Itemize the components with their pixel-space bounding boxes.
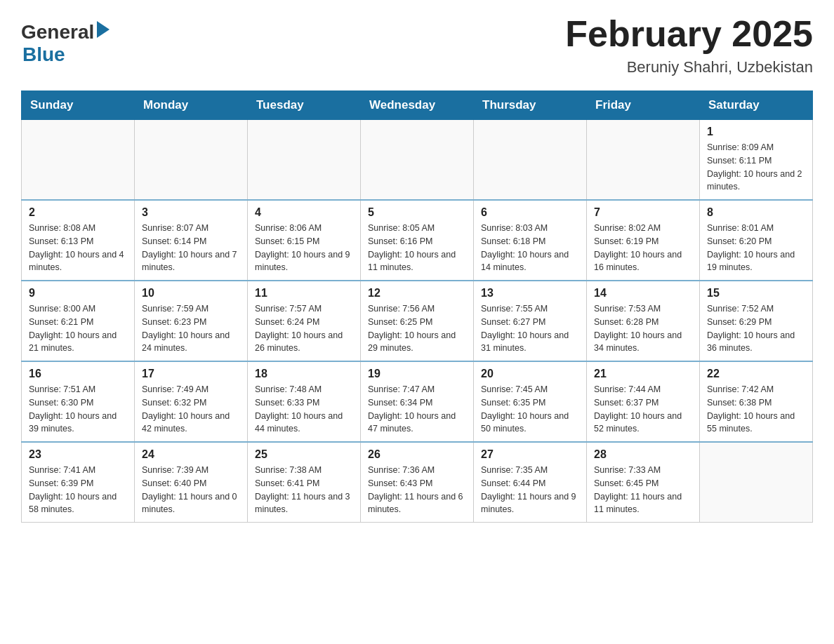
day-info: Daylight: 10 hours and 2 minutes. bbox=[707, 168, 805, 194]
day-number: 10 bbox=[142, 287, 240, 300]
day-info: Sunrise: 7:45 AM bbox=[481, 383, 579, 396]
day-info: Daylight: 10 hours and 26 minutes. bbox=[255, 329, 353, 356]
day-info: Sunset: 6:40 PM bbox=[142, 477, 240, 490]
day-info: Sunset: 6:30 PM bbox=[29, 396, 127, 410]
day-info: Sunset: 6:38 PM bbox=[707, 396, 805, 410]
day-number: 15 bbox=[707, 287, 805, 300]
day-info: Daylight: 10 hours and 16 minutes. bbox=[594, 248, 692, 275]
day-info: Sunset: 6:33 PM bbox=[255, 396, 353, 410]
day-info: Daylight: 10 hours and 50 minutes. bbox=[481, 410, 579, 436]
day-info: Sunrise: 7:42 AM bbox=[707, 383, 805, 396]
day-number: 13 bbox=[481, 287, 579, 300]
day-info: Daylight: 10 hours and 34 minutes. bbox=[594, 329, 692, 356]
day-info: Sunset: 6:14 PM bbox=[142, 235, 240, 248]
day-number: 11 bbox=[255, 287, 353, 300]
calendar-cell bbox=[22, 120, 135, 201]
logo-arrow-icon bbox=[97, 21, 110, 38]
logo-general-text: General bbox=[21, 21, 94, 43]
calendar-week-row: 16Sunrise: 7:51 AMSunset: 6:30 PMDayligh… bbox=[22, 361, 813, 442]
day-number: 16 bbox=[29, 368, 127, 380]
calendar-cell: 28Sunrise: 7:33 AMSunset: 6:45 PMDayligh… bbox=[587, 442, 700, 523]
day-info: Sunset: 6:41 PM bbox=[255, 477, 353, 490]
day-info: Daylight: 11 hours and 11 minutes. bbox=[594, 490, 692, 517]
calendar-header-row: SundayMondayTuesdayWednesdayThursdayFrid… bbox=[22, 91, 813, 120]
day-info: Sunrise: 7:36 AM bbox=[368, 464, 466, 477]
day-info: Daylight: 10 hours and 42 minutes. bbox=[142, 410, 240, 436]
day-number: 14 bbox=[594, 287, 692, 300]
calendar-cell: 12Sunrise: 7:56 AMSunset: 6:25 PMDayligh… bbox=[361, 281, 474, 361]
day-number: 1 bbox=[707, 126, 805, 138]
day-info: Sunset: 6:34 PM bbox=[368, 396, 466, 410]
day-info: Sunrise: 7:48 AM bbox=[255, 383, 353, 396]
day-info: Sunset: 6:18 PM bbox=[481, 235, 579, 248]
day-number: 22 bbox=[707, 368, 805, 380]
day-info: Daylight: 10 hours and 44 minutes. bbox=[255, 410, 353, 436]
calendar-cell: 25Sunrise: 7:38 AMSunset: 6:41 PMDayligh… bbox=[248, 442, 361, 523]
calendar-week-row: 2Sunrise: 8:08 AMSunset: 6:13 PMDaylight… bbox=[22, 200, 813, 281]
day-info: Sunset: 6:11 PM bbox=[707, 154, 805, 168]
day-info: Daylight: 10 hours and 9 minutes. bbox=[255, 248, 353, 275]
day-info: Daylight: 10 hours and 39 minutes. bbox=[29, 410, 127, 436]
calendar-cell: 6Sunrise: 8:03 AMSunset: 6:18 PMDaylight… bbox=[474, 200, 587, 281]
day-info: Sunrise: 7:53 AM bbox=[594, 302, 692, 316]
day-info: Sunrise: 8:07 AM bbox=[142, 222, 240, 235]
day-info: Sunset: 6:23 PM bbox=[142, 316, 240, 329]
weekday-header-monday: Monday bbox=[135, 91, 248, 120]
day-info: Sunrise: 8:01 AM bbox=[707, 222, 805, 235]
day-info: Sunset: 6:28 PM bbox=[594, 316, 692, 329]
day-info: Sunrise: 7:47 AM bbox=[368, 383, 466, 396]
day-number: 28 bbox=[594, 448, 692, 461]
calendar-cell bbox=[474, 120, 587, 201]
logo-blue-text: Blue bbox=[22, 43, 110, 66]
calendar-cell bbox=[587, 120, 700, 201]
calendar-cell: 1Sunrise: 8:09 AMSunset: 6:11 PMDaylight… bbox=[700, 120, 813, 201]
day-info: Sunset: 6:39 PM bbox=[29, 477, 127, 490]
calendar-cell: 3Sunrise: 8:07 AMSunset: 6:14 PMDaylight… bbox=[135, 200, 248, 281]
page-header: General Blue February 2025 Beruniy Shahr… bbox=[21, 14, 813, 76]
calendar-cell: 26Sunrise: 7:36 AMSunset: 6:43 PMDayligh… bbox=[361, 442, 474, 523]
day-info: Sunrise: 7:41 AM bbox=[29, 464, 127, 477]
calendar-title: February 2025 bbox=[565, 14, 813, 54]
calendar-cell: 19Sunrise: 7:47 AMSunset: 6:34 PMDayligh… bbox=[361, 361, 474, 442]
calendar-week-row: 23Sunrise: 7:41 AMSunset: 6:39 PMDayligh… bbox=[22, 442, 813, 523]
weekday-header-friday: Friday bbox=[587, 91, 700, 120]
day-info: Sunrise: 7:49 AM bbox=[142, 383, 240, 396]
day-info: Sunrise: 8:08 AM bbox=[29, 222, 127, 235]
day-info: Sunset: 6:25 PM bbox=[368, 316, 466, 329]
calendar-cell: 8Sunrise: 8:01 AMSunset: 6:20 PMDaylight… bbox=[700, 200, 813, 281]
day-info: Sunset: 6:35 PM bbox=[481, 396, 579, 410]
day-number: 3 bbox=[142, 206, 240, 219]
weekday-header-tuesday: Tuesday bbox=[248, 91, 361, 120]
day-number: 25 bbox=[255, 448, 353, 461]
calendar-cell: 5Sunrise: 8:05 AMSunset: 6:16 PMDaylight… bbox=[361, 200, 474, 281]
calendar-cell: 21Sunrise: 7:44 AMSunset: 6:37 PMDayligh… bbox=[587, 361, 700, 442]
day-number: 17 bbox=[142, 368, 240, 380]
day-number: 19 bbox=[368, 368, 466, 380]
calendar-week-row: 1Sunrise: 8:09 AMSunset: 6:11 PMDaylight… bbox=[22, 120, 813, 201]
day-info: Sunrise: 7:33 AM bbox=[594, 464, 692, 477]
calendar-cell: 16Sunrise: 7:51 AMSunset: 6:30 PMDayligh… bbox=[22, 361, 135, 442]
calendar-cell bbox=[248, 120, 361, 201]
day-info: Sunset: 6:20 PM bbox=[707, 235, 805, 248]
day-info: Daylight: 11 hours and 6 minutes. bbox=[368, 490, 466, 517]
day-info: Sunset: 6:24 PM bbox=[255, 316, 353, 329]
day-info: Sunset: 6:37 PM bbox=[594, 396, 692, 410]
day-info: Sunset: 6:29 PM bbox=[707, 316, 805, 329]
calendar-cell bbox=[700, 442, 813, 523]
day-info: Sunrise: 8:05 AM bbox=[368, 222, 466, 235]
calendar-subtitle: Beruniy Shahri, Uzbekistan bbox=[565, 58, 813, 76]
day-info: Daylight: 10 hours and 55 minutes. bbox=[707, 410, 805, 436]
weekday-header-wednesday: Wednesday bbox=[361, 91, 474, 120]
day-info: Daylight: 10 hours and 52 minutes. bbox=[594, 410, 692, 436]
day-info: Daylight: 10 hours and 29 minutes. bbox=[368, 329, 466, 356]
day-number: 18 bbox=[255, 368, 353, 380]
day-info: Sunrise: 7:35 AM bbox=[481, 464, 579, 477]
day-info: Daylight: 11 hours and 9 minutes. bbox=[481, 490, 579, 517]
calendar-cell: 2Sunrise: 8:08 AMSunset: 6:13 PMDaylight… bbox=[22, 200, 135, 281]
day-info: Sunset: 6:13 PM bbox=[29, 235, 127, 248]
weekday-header-thursday: Thursday bbox=[474, 91, 587, 120]
calendar-cell: 23Sunrise: 7:41 AMSunset: 6:39 PMDayligh… bbox=[22, 442, 135, 523]
calendar-cell bbox=[135, 120, 248, 201]
weekday-header-sunday: Sunday bbox=[22, 91, 135, 120]
day-info: Sunset: 6:44 PM bbox=[481, 477, 579, 490]
